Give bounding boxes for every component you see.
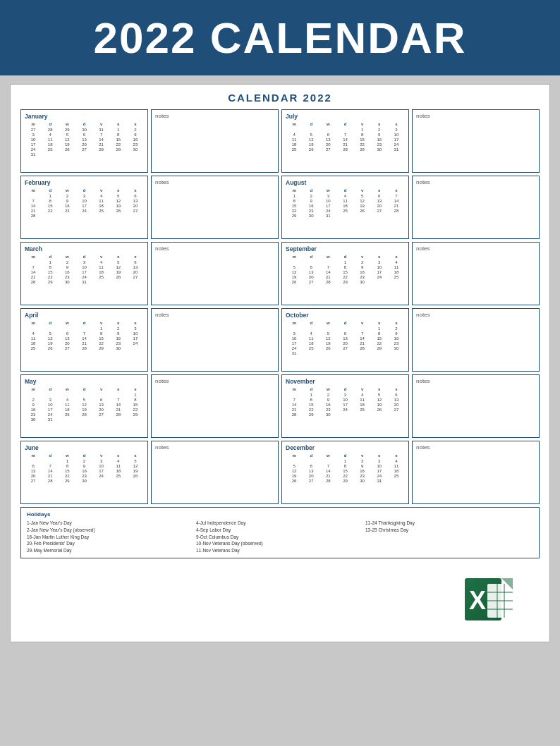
day-cell: 10 bbox=[286, 336, 303, 341]
day-cell: 11 bbox=[336, 198, 353, 203]
day-cell: 7 bbox=[75, 331, 92, 336]
day-cell: 18 bbox=[354, 402, 371, 407]
day-cell: 4 bbox=[336, 193, 353, 198]
day-cell bbox=[336, 127, 353, 132]
day-header: m bbox=[25, 320, 42, 326]
day-header: d bbox=[336, 386, 353, 392]
day-cell: 27 bbox=[25, 478, 42, 483]
day-cell: 21 bbox=[25, 208, 42, 213]
day-cell: 17 bbox=[336, 402, 353, 407]
day-cell: 11 bbox=[286, 137, 303, 142]
day-cell: 23 bbox=[59, 274, 75, 279]
day-cell: 7 bbox=[354, 331, 371, 336]
holidays-col1: 1-Jan New Year's Day2-Jan New Year's Day… bbox=[27, 520, 195, 554]
day-header: s bbox=[110, 121, 127, 127]
day-cell: 25 bbox=[59, 412, 75, 417]
week-row: 567891011 bbox=[286, 264, 405, 269]
day-header: d bbox=[303, 320, 319, 326]
day-header: d bbox=[303, 386, 319, 392]
day-cell: 19 bbox=[303, 142, 319, 147]
day-header: w bbox=[59, 188, 75, 193]
month-name: January bbox=[25, 113, 144, 120]
month-box-may: Maymdwdvss123456789101112131415161718192… bbox=[20, 374, 148, 438]
day-cell: 1 bbox=[286, 193, 303, 198]
day-header: d bbox=[336, 188, 353, 193]
day-cell: 16 bbox=[354, 468, 371, 473]
day-cell: 14 bbox=[93, 137, 110, 142]
day-cell: 10 bbox=[93, 463, 110, 468]
day-cell: 27 bbox=[127, 208, 144, 213]
notes-box: notes bbox=[412, 109, 540, 173]
day-cell: 5 bbox=[286, 264, 303, 269]
day-header: s bbox=[371, 121, 388, 127]
day-cell bbox=[110, 392, 127, 397]
day-cell bbox=[127, 213, 144, 218]
day-header: w bbox=[319, 386, 336, 392]
week-row: 282930 bbox=[286, 412, 405, 417]
week-row: 1234 bbox=[286, 458, 405, 463]
day-header: s bbox=[110, 320, 127, 326]
day-cell: 27 bbox=[59, 346, 75, 350]
day-cell: 27 bbox=[388, 407, 405, 412]
day-cell bbox=[371, 350, 388, 355]
day-cell bbox=[336, 213, 353, 218]
day-cell: 5 bbox=[59, 132, 75, 137]
week-row: 272829303112 bbox=[25, 127, 144, 132]
day-cell: 14 bbox=[25, 203, 42, 208]
day-cell: 9 bbox=[127, 132, 144, 137]
notes-label: notes bbox=[416, 113, 535, 119]
day-cell: 26 bbox=[286, 279, 303, 284]
day-cell: 20 bbox=[127, 203, 144, 208]
day-cell: 11 bbox=[59, 402, 75, 407]
day-cell: 25 bbox=[42, 147, 59, 152]
day-cell: 15 bbox=[336, 269, 353, 274]
day-cell: 22 bbox=[93, 341, 110, 346]
day-cell: 29 bbox=[371, 346, 388, 350]
day-cell: 8 bbox=[336, 264, 353, 269]
day-cell: 29 bbox=[354, 147, 371, 152]
month-box-december: Decembermdwdvss1234567891011121314151617… bbox=[281, 441, 409, 504]
notes-box: notes bbox=[151, 242, 279, 305]
day-header: d bbox=[75, 453, 92, 458]
day-header: d bbox=[303, 121, 319, 127]
day-cell bbox=[59, 213, 75, 218]
day-cell: 20 bbox=[59, 341, 75, 346]
day-cell bbox=[354, 412, 371, 417]
day-cell: 16 bbox=[303, 203, 319, 208]
day-cell: 5 bbox=[319, 331, 336, 336]
day-cell: 19 bbox=[371, 402, 388, 407]
day-cell: 23 bbox=[110, 341, 127, 346]
day-header: s bbox=[371, 320, 388, 326]
day-cell: 22 bbox=[303, 407, 319, 412]
day-header: s bbox=[371, 386, 388, 392]
day-cell: 18 bbox=[59, 407, 75, 412]
week-row: 78910111213 bbox=[286, 397, 405, 402]
day-cell: 2 bbox=[354, 259, 371, 264]
day-header: v bbox=[354, 386, 371, 392]
day-cell: 8 bbox=[42, 198, 59, 203]
month-table: mdwdvss123456789101112131415161718192021… bbox=[286, 386, 405, 417]
day-cell bbox=[371, 412, 388, 417]
day-cell: 1 bbox=[42, 259, 59, 264]
day-cell: 10 bbox=[371, 264, 388, 269]
month-box-september: Septembermdwdvss123456789101112131415161… bbox=[281, 242, 409, 305]
day-cell: 3 bbox=[371, 458, 388, 463]
day-cell: 16 bbox=[354, 269, 371, 274]
day-header: s bbox=[127, 188, 144, 193]
day-cell bbox=[42, 152, 59, 157]
day-cell: 30 bbox=[59, 279, 75, 284]
week-row: 12345 bbox=[25, 458, 144, 463]
day-cell: 10 bbox=[336, 397, 353, 402]
holiday-item: 9-Oct Columbus Day bbox=[196, 534, 364, 541]
day-cell: 2 bbox=[303, 193, 319, 198]
day-header: s bbox=[127, 320, 144, 326]
notes-label: notes bbox=[416, 245, 535, 252]
day-header: s bbox=[110, 453, 127, 458]
day-cell: 12 bbox=[286, 269, 303, 274]
month-table: mdwdvss123456789101112131415161718192021… bbox=[25, 320, 144, 350]
day-header: v bbox=[93, 386, 110, 392]
day-cell: 15 bbox=[336, 468, 353, 473]
day-cell: 26 bbox=[319, 346, 336, 350]
month-box-june: Junemdwdvss12345678910111213141516171819… bbox=[20, 441, 148, 504]
day-cell: 20 bbox=[303, 274, 319, 279]
